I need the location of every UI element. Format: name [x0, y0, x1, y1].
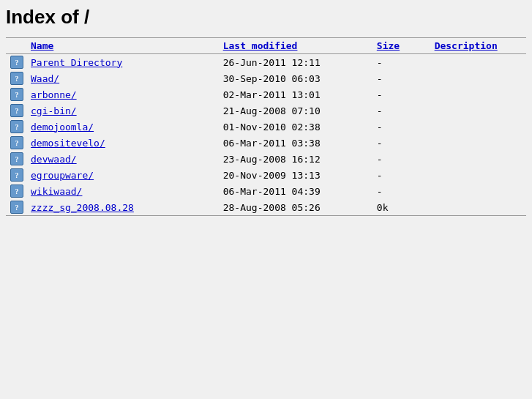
file-icon-cell: ? — [6, 86, 26, 102]
file-icon: ? — [10, 88, 23, 101]
file-size-cell: - — [372, 102, 430, 119]
col-modified-header[interactable]: Last modified — [219, 38, 372, 54]
file-name-cell: cgi-bin/ — [26, 102, 219, 119]
page-title: Index of / — [6, 6, 526, 29]
file-icon: ? — [10, 152, 23, 165]
file-name-cell: Parent Directory — [26, 54, 219, 71]
table-row: ?demositevelo/06-Mar-2011 03:38- — [6, 135, 526, 151]
file-icon-cell: ? — [6, 167, 26, 183]
file-icon-cell: ? — [6, 102, 26, 119]
file-icon: ? — [10, 184, 23, 198]
file-icon: ? — [10, 104, 23, 117]
file-size-cell: 0k — [372, 199, 430, 216]
file-modified-cell: 02-Mar-2011 13:01 — [219, 86, 372, 102]
col-desc-header[interactable]: Description — [430, 38, 526, 54]
file-link[interactable]: wikiwaad/ — [31, 186, 82, 197]
file-icon-cell: ? — [6, 183, 26, 199]
file-name-cell: demojoomla/ — [26, 119, 219, 135]
file-desc-cell — [430, 135, 526, 151]
file-link[interactable]: demositevelo/ — [31, 138, 105, 149]
file-modified-cell: 21-Aug-2008 07:10 — [219, 102, 372, 119]
table-row: ?devwaad/23-Aug-2008 16:12- — [6, 151, 526, 167]
file-size-cell: - — [372, 54, 430, 71]
file-desc-cell — [430, 70, 526, 86]
file-link[interactable]: devwaad/ — [31, 154, 77, 165]
file-icon-cell: ? — [6, 119, 26, 135]
table-row: ?Parent Directory26-Jun-2011 12:11- — [6, 54, 526, 71]
file-desc-cell — [430, 54, 526, 71]
file-desc-cell — [430, 151, 526, 167]
file-name-cell: arbonne/ — [26, 86, 219, 102]
file-link[interactable]: egroupware/ — [31, 170, 94, 181]
file-icon: ? — [10, 56, 23, 69]
file-link[interactable]: Parent Directory — [31, 57, 122, 68]
file-name-cell: egroupware/ — [26, 167, 219, 183]
file-modified-cell: 06-Mar-2011 04:39 — [219, 183, 372, 199]
file-icon-cell: ? — [6, 199, 26, 216]
file-size-cell: - — [372, 135, 430, 151]
file-modified-cell: 20-Nov-2009 13:13 — [219, 167, 372, 183]
file-link[interactable]: arbonne/ — [31, 89, 77, 100]
file-icon-cell: ? — [6, 135, 26, 151]
table-row: ?egroupware/20-Nov-2009 13:13- — [6, 167, 526, 183]
file-name-cell: wikiwaad/ — [26, 183, 219, 199]
file-name-cell: demositevelo/ — [26, 135, 219, 151]
file-name-cell: devwaad/ — [26, 151, 219, 167]
file-icon-cell: ? — [6, 54, 26, 71]
file-link[interactable]: zzzz_sg_2008.08.28 — [31, 202, 134, 213]
file-size-cell: - — [372, 70, 430, 86]
file-link[interactable]: Waad/ — [31, 73, 59, 84]
file-size-cell: - — [372, 151, 430, 167]
icon-col-header — [6, 38, 26, 54]
file-modified-cell: 23-Aug-2008 16:12 — [219, 151, 372, 167]
file-name-cell: zzzz_sg_2008.08.28 — [26, 199, 219, 216]
file-icon: ? — [10, 136, 23, 149]
table-row: ?zzzz_sg_2008.08.2828-Aug-2008 05:260k — [6, 199, 526, 216]
sort-by-size[interactable]: Size — [377, 40, 400, 51]
table-row: ?cgi-bin/21-Aug-2008 07:10- — [6, 102, 526, 119]
file-link[interactable]: cgi-bin/ — [31, 105, 77, 116]
sort-by-desc[interactable]: Description — [435, 40, 498, 51]
file-icon: ? — [10, 120, 23, 133]
file-modified-cell: 30-Sep-2010 06:03 — [219, 70, 372, 86]
file-icon-cell: ? — [6, 151, 26, 167]
sort-by-name[interactable]: Name — [31, 40, 53, 51]
file-desc-cell — [430, 167, 526, 183]
file-desc-cell — [430, 199, 526, 216]
file-link[interactable]: demojoomla/ — [31, 122, 94, 133]
file-desc-cell — [430, 119, 526, 135]
file-size-cell: - — [372, 119, 430, 135]
file-icon-cell: ? — [6, 70, 26, 86]
file-size-cell: - — [372, 167, 430, 183]
file-size-cell: - — [372, 183, 430, 199]
file-desc-cell — [430, 86, 526, 102]
table-row: ?demojoomla/01-Nov-2010 02:38- — [6, 119, 526, 135]
file-modified-cell: 26-Jun-2011 12:11 — [219, 54, 372, 71]
file-icon: ? — [10, 201, 23, 214]
table-row: ?Waad/30-Sep-2010 06:03- — [6, 70, 526, 86]
table-row: ?arbonne/02-Mar-2011 13:01- — [6, 86, 526, 102]
file-desc-cell — [430, 102, 526, 119]
file-modified-cell: 06-Mar-2011 03:38 — [219, 135, 372, 151]
sort-by-modified[interactable]: Last modified — [223, 40, 298, 51]
file-icon: ? — [10, 168, 23, 182]
col-size-header[interactable]: Size — [372, 38, 430, 54]
file-modified-cell: 28-Aug-2008 05:26 — [219, 199, 372, 216]
file-size-cell: - — [372, 86, 430, 102]
table-row: ?wikiwaad/06-Mar-2011 04:39- — [6, 183, 526, 199]
file-modified-cell: 01-Nov-2010 02:38 — [219, 119, 372, 135]
file-name-cell: Waad/ — [26, 70, 219, 86]
file-desc-cell — [430, 183, 526, 199]
file-icon: ? — [10, 72, 23, 85]
col-name-header[interactable]: Name — [26, 38, 219, 54]
